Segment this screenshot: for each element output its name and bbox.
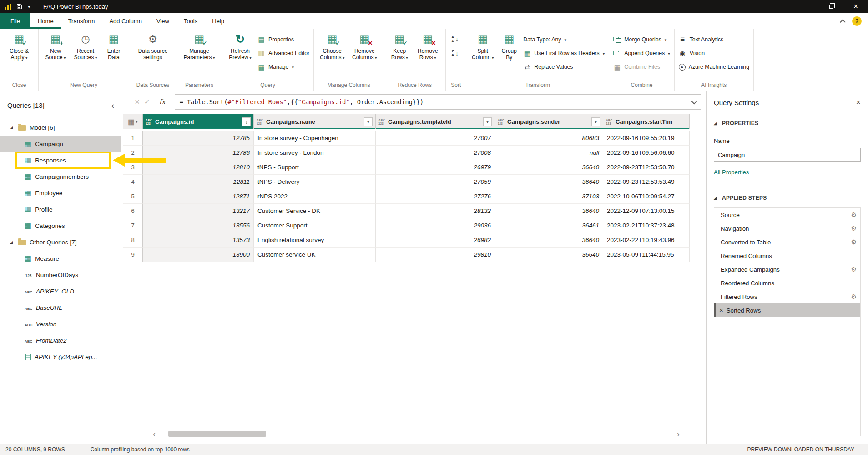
filter-button[interactable]: [364, 117, 373, 126]
cell-sender[interactable]: 36640: [495, 175, 603, 189]
manage-button[interactable]: Manage: [257, 62, 309, 72]
row-number[interactable]: 3: [123, 160, 143, 175]
cell-templateid[interactable]: 29036: [376, 218, 495, 233]
column-header-campaigns-id[interactable]: Campaigns.id: [143, 114, 254, 129]
cell-name[interactable]: tNPS - Support: [254, 160, 376, 175]
formula-input[interactable]: = Table.Sort(#"Filtered Rows",{{"Campaig…: [175, 94, 701, 110]
cell-templateid[interactable]: 26979: [376, 160, 495, 175]
cell-starttime[interactable]: 2022-09-23T12:53:53.49: [603, 175, 690, 189]
query-item-numberofdays[interactable]: NumberOfDays: [0, 267, 121, 283]
column-header-campaigns-name[interactable]: Campaigns.name: [254, 114, 376, 129]
scroll-left-icon[interactable]: [153, 430, 156, 438]
azure-machine-learning-button[interactable]: Azure Machine Learning: [679, 62, 749, 72]
keep-rows-button[interactable]: Keep Rows: [388, 31, 411, 61]
query-folder-other-queries[interactable]: Other Queries [7]: [0, 234, 121, 250]
collapse-panel-icon[interactable]: [111, 101, 114, 110]
column-header-campaigns-templateid[interactable]: Campaigns.templateId: [376, 114, 495, 129]
cell-name[interactable]: tNPS - Delivery: [254, 175, 376, 189]
query-item-fromdate2[interactable]: FromDate2: [0, 332, 121, 349]
gear-icon[interactable]: [851, 266, 857, 273]
close-window-button[interactable]: [843, 0, 868, 13]
query-item-apikey-old[interactable]: APIKEY_OLD: [0, 283, 121, 299]
tab-transform[interactable]: Transform: [61, 13, 102, 29]
query-item-employee[interactable]: Employee: [0, 185, 121, 201]
cell-sender[interactable]: 37103: [495, 189, 603, 204]
cancel-formula-icon[interactable]: [135, 97, 140, 107]
tab-help[interactable]: Help: [205, 13, 232, 29]
expand-formula-icon[interactable]: [691, 99, 697, 105]
scroll-right-icon[interactable]: [677, 430, 680, 438]
tab-home[interactable]: Home: [30, 13, 61, 29]
cell-starttime[interactable]: 2022-09-16T09:56:06.60: [603, 146, 690, 160]
scrollbar-thumb[interactable]: [168, 431, 266, 437]
cell-templateid[interactable]: 27276: [376, 189, 495, 204]
query-item-apikey[interactable]: APIKEY (y34pAPLep...: [0, 349, 121, 365]
cell-sender[interactable]: null: [495, 146, 603, 160]
gear-icon[interactable]: [851, 293, 857, 300]
cell-sender[interactable]: 80683: [495, 131, 603, 146]
close-apply-button[interactable]: Close & Apply: [4, 31, 34, 61]
step-source[interactable]: Source: [714, 208, 860, 222]
column-header-campaigns-starttime[interactable]: Campaigns.startTim: [603, 114, 690, 129]
row-number[interactable]: 6: [123, 204, 143, 218]
cell-templateid[interactable]: 26982: [376, 233, 495, 248]
cell-id[interactable]: 12810: [143, 160, 254, 175]
cell-id[interactable]: 12811: [143, 175, 254, 189]
quick-access-dropdown-icon[interactable]: [27, 0, 31, 13]
column-header-campaigns-sender[interactable]: Campaigns.sender: [495, 114, 603, 129]
row-number[interactable]: 8: [123, 233, 143, 248]
query-item-responses[interactable]: Responses: [0, 152, 121, 168]
row-number[interactable]: 7: [123, 218, 143, 233]
horizontal-scrollbar[interactable]: [153, 430, 680, 437]
sort-filter-button[interactable]: [242, 117, 251, 126]
query-item-measure[interactable]: Measure: [0, 250, 121, 267]
collapse-ribbon-icon[interactable]: [840, 19, 846, 25]
query-item-version[interactable]: Version: [0, 316, 121, 332]
tab-view[interactable]: View: [149, 13, 177, 29]
cell-starttime[interactable]: 2023-02-21T10:37:23.48: [603, 218, 690, 233]
step-sorted-rows[interactable]: Sorted Rows: [714, 303, 860, 317]
cell-sender[interactable]: 36461: [495, 218, 603, 233]
cell-id[interactable]: 13556: [143, 218, 254, 233]
text-analytics-button[interactable]: Text Analytics: [679, 35, 749, 45]
step-expanded-campaigns[interactable]: Expanded Campaigns: [714, 263, 860, 276]
all-properties-link[interactable]: All Properties: [714, 169, 749, 176]
merge-queries-button[interactable]: Merge Queries: [613, 35, 670, 45]
status-profiling-info[interactable]: Column profiling based on top 1000 rows: [91, 446, 190, 453]
cell-starttime[interactable]: 2022-09-23T12:53:50.70: [603, 160, 690, 175]
remove-columns-button[interactable]: Remove Columns: [349, 31, 379, 61]
cell-name[interactable]: Customer Service - DK: [254, 204, 376, 218]
commit-formula-icon[interactable]: [144, 98, 150, 106]
cell-name[interactable]: Customer service UK: [254, 248, 376, 262]
minimize-button[interactable]: [794, 0, 819, 13]
step-filtered-rows[interactable]: Filtered Rows: [714, 290, 860, 303]
cell-starttime[interactable]: 2022-12-09T07:13:00.15: [603, 204, 690, 218]
advanced-editor-button[interactable]: Advanced Editor: [257, 48, 309, 58]
cell-sender[interactable]: 36640: [495, 160, 603, 175]
append-queries-button[interactable]: Append Queries: [613, 48, 670, 58]
applied-steps-section-header[interactable]: APPLIED STEPS: [707, 195, 868, 201]
save-icon[interactable]: [15, 0, 23, 13]
query-item-categories[interactable]: Categories: [0, 217, 121, 234]
gear-icon[interactable]: [851, 238, 857, 246]
cell-name[interactable]: In store survey - London: [254, 146, 376, 160]
row-number[interactable]: 4: [123, 175, 143, 189]
group-by-button[interactable]: Group By: [498, 31, 520, 61]
restore-button[interactable]: [819, 0, 843, 13]
query-item-baseurl[interactable]: BaseURL: [0, 299, 121, 316]
cell-starttime[interactable]: 2023-05-09T11:44:15.95: [603, 248, 690, 262]
remove-rows-button[interactable]: Remove Rows: [414, 31, 441, 61]
query-item-campaign[interactable]: Campaign: [0, 136, 121, 152]
query-item-campaignmembers[interactable]: Campaignmembers: [0, 168, 121, 185]
cell-starttime[interactable]: 2022-10-06T10:09:54.27: [603, 189, 690, 204]
data-source-settings-button[interactable]: Data source settings: [133, 31, 172, 61]
close-panel-icon[interactable]: [856, 98, 861, 106]
row-number[interactable]: 1: [123, 131, 143, 146]
query-folder-model[interactable]: Model [6]: [0, 119, 121, 136]
expand-triangle-icon[interactable]: [10, 240, 15, 244]
vision-button[interactable]: Vision: [679, 48, 749, 58]
expand-triangle-icon[interactable]: [10, 126, 15, 130]
sort-descending-button[interactable]: [450, 49, 460, 58]
tab-tools[interactable]: Tools: [177, 13, 205, 29]
replace-values-button[interactable]: Replace Values: [523, 62, 605, 72]
